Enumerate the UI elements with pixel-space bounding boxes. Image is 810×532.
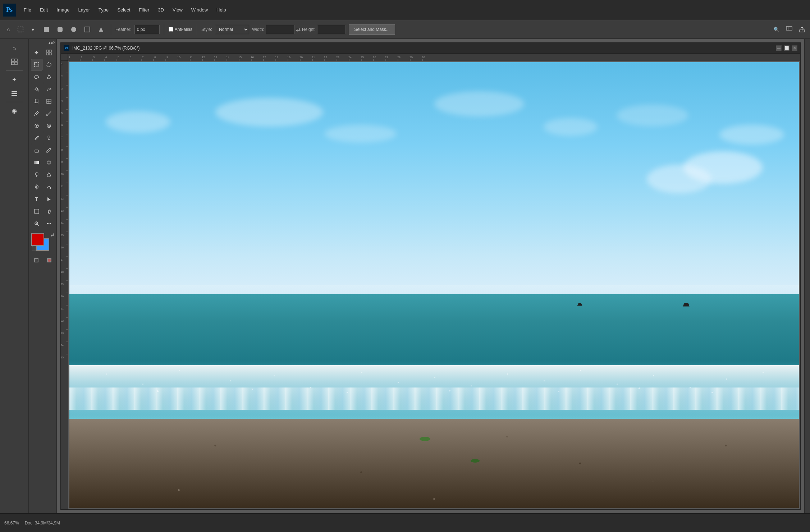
svg-text:8: 8 [61,148,63,151]
rect-marquee-btn[interactable] [31,59,42,70]
tool-shape-frame-btn[interactable] [82,24,93,35]
doc-maximize-btn[interactable]: ⬜ [784,45,790,51]
path-select-btn[interactable] [43,193,55,205]
svg-text:15: 15 [238,56,242,59]
ps-logo: Ps [3,4,16,17]
tool-shape-round-btn[interactable] [55,24,65,35]
svg-text:15: 15 [61,234,64,237]
tool-row-gradient [31,157,55,168]
doc-close-btn[interactable]: ✕ [792,45,797,51]
status-bar: 66,67% Doc: 34,9M/34,9M [0,513,810,532]
svg-point-51 [48,161,50,164]
sidebar-layers-icon[interactable] [8,87,21,100]
style-select[interactable]: Normal Fixed Ratio Fixed Size [215,25,249,34]
spot-heal-btn[interactable] [31,120,42,132]
artboard-tool-btn[interactable] [43,47,55,58]
menu-type[interactable]: Type [95,6,112,14]
burn-tool-btn[interactable] [43,169,55,180]
quick-selection-btn[interactable] [43,83,55,95]
menu-file[interactable]: File [20,6,35,14]
menu-filter[interactable]: Filter [135,6,153,14]
slice-tool-btn[interactable] [43,96,55,107]
menu-window[interactable]: Window [188,6,211,14]
blur-tool-btn[interactable] [43,157,55,168]
menu-help[interactable]: Help [213,6,230,14]
anti-alias-checkbox[interactable] [169,27,173,32]
freeform-pen-btn[interactable] [43,181,55,193]
tool-dropdown-arrow[interactable]: ▾ [27,24,38,35]
tool-shape-custom-btn[interactable] [96,24,106,35]
eyedropper-tool-btn[interactable] [31,108,42,119]
doc-minimize-btn[interactable]: — [776,45,782,51]
tool-shape-rect-btn[interactable] [41,24,52,35]
pen-tool-btn[interactable] [31,181,42,193]
menu-edit[interactable]: Edit [36,6,51,14]
share-btn[interactable] [797,24,807,35]
eraser-tool-btn[interactable] [31,145,42,156]
svg-rect-16 [46,50,49,52]
clone-stamp-btn[interactable] [43,132,55,144]
swap-dimensions-icon[interactable]: ⇄ [296,26,301,33]
menu-select[interactable]: Select [114,6,134,14]
svg-rect-15 [12,95,17,96]
switch-colors-icon[interactable]: ⇄ [51,232,54,237]
move-tool-btn[interactable]: ✥ [31,47,42,58]
sidebar-adjustments-icon[interactable]: ◉ [8,104,21,117]
svg-point-21 [47,63,51,67]
menu-items: File Edit Image Layer Type Select Filter… [20,6,230,14]
tool-shape-circle-btn[interactable] [68,24,79,35]
zoom-tool-btn[interactable] [31,218,42,229]
height-input[interactable] [317,25,346,34]
svg-text:3: 3 [61,87,63,90]
dodge-tool-btn[interactable] [31,169,42,180]
tool-row-pen [31,181,55,193]
tool-panel-close-btn[interactable]: ✕ [52,40,56,45]
more-tools-btn[interactable] [43,218,55,229]
menu-3d[interactable]: 3D [154,6,168,14]
text-tool-btn[interactable]: T [31,193,42,205]
feather-input[interactable] [134,25,160,34]
home-button[interactable]: ⌂ [3,24,14,35]
sidebar-effects-icon[interactable]: ✦ [8,73,21,86]
standard-mode-btn[interactable] [31,254,42,266]
width-input[interactable] [266,25,294,34]
polygonal-lasso-btn[interactable] [43,71,55,83]
feather-label: Feather: [115,27,132,32]
svg-rect-9 [12,59,14,61]
hand-tool-btn[interactable] [43,206,55,217]
menu-image[interactable]: Image [53,6,73,14]
default-colors-icon[interactable]: ⬛ [31,246,36,251]
svg-text:25: 25 [361,56,364,59]
shape-tool-btn[interactable] [31,206,42,217]
svg-text:7: 7 [61,136,63,139]
magic-wand-btn[interactable] [31,83,42,95]
sidebar-artboards-icon[interactable] [8,55,21,68]
tool-row-selection [31,83,55,95]
gradient-tool-btn[interactable] [31,157,42,168]
measure-tool-btn[interactable] [43,108,55,119]
workspace-switcher-btn[interactable] [784,24,794,35]
svg-rect-56 [35,209,39,214]
svg-text:1: 1 [69,56,70,59]
brush-tool-btn[interactable] [31,132,42,144]
svg-text:8: 8 [154,56,156,59]
lasso-tool-btn[interactable] [31,71,42,83]
svg-text:1: 1 [61,63,63,66]
doc-ps-icon: Ps [64,45,69,51]
tool-row-eyedropper [31,108,55,119]
crop-tool-btn[interactable] [31,96,42,107]
pencil-tool-btn[interactable] [43,145,55,156]
svg-line-27 [37,90,39,91]
search-icon-btn[interactable]: 🔍 [771,24,781,35]
svg-text:11: 11 [189,56,193,59]
sidebar-home-icon[interactable]: ⌂ [8,42,21,55]
foreground-color-swatch[interactable] [31,233,44,246]
ellipse-marquee-btn[interactable] [43,59,55,70]
quick-mask-btn[interactable] [44,254,55,266]
heal-brush-btn[interactable] [43,120,55,132]
menu-view[interactable]: View [169,6,186,14]
rectangular-marquee-tool-btn[interactable] [15,24,26,35]
select-and-mask-button[interactable]: Select and Mask... [349,24,395,35]
menu-layer[interactable]: Layer [75,6,94,14]
boats-layer [577,303,690,307]
